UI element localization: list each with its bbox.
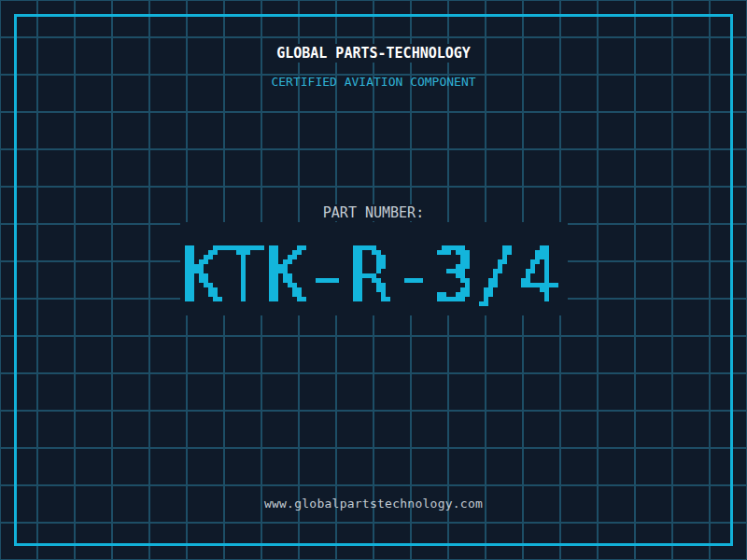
- certification-label: CERTIFIED AVIATION COMPONENT: [0, 76, 747, 89]
- company-name: GLOBAL PARTS-TECHNOLOGY: [0, 44, 747, 63]
- part-number-canvas: [180, 222, 568, 315]
- part-number-label-text: PART NUMBER:: [318, 204, 429, 221]
- company-name-text: GLOBAL PARTS-TECHNOLOGY: [272, 44, 475, 63]
- website-url: www.globalpartstechnology.com: [0, 497, 747, 511]
- part-number: KTK-R-3/4: [0, 222, 747, 315]
- part-number-label: PART NUMBER:: [0, 204, 747, 221]
